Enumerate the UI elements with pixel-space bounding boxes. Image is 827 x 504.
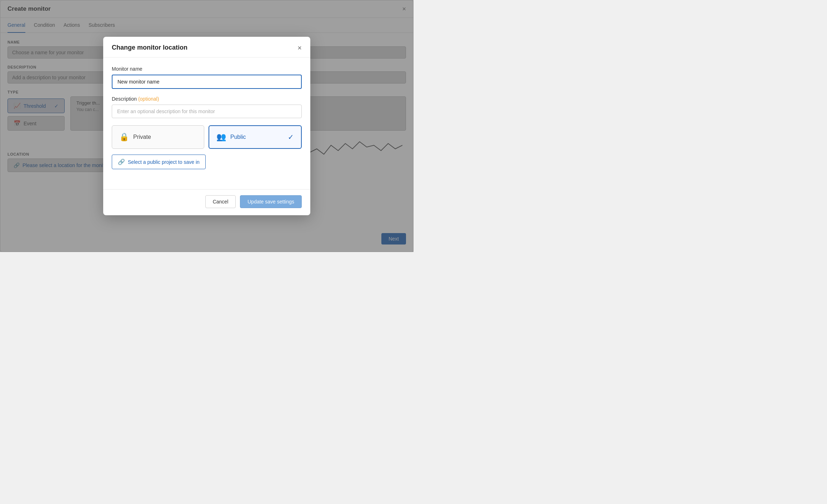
monitor-name-input[interactable] xyxy=(112,75,302,89)
visibility-private[interactable]: 🔒 Private xyxy=(112,125,204,149)
public-icon: 👥 xyxy=(216,132,226,142)
cancel-button[interactable]: Cancel xyxy=(205,195,236,208)
modal-body: Monitor name Description (optional) 🔒 Pr… xyxy=(103,57,310,175)
monitor-description-input[interactable] xyxy=(112,105,302,118)
modal-close-button[interactable]: × xyxy=(297,44,302,51)
monitor-description-label: Description (optional) xyxy=(112,96,302,102)
monitor-name-label: Monitor name xyxy=(112,66,302,72)
modal-title: Change monitor location xyxy=(112,44,187,51)
modal-header: Change monitor location × xyxy=(103,37,310,57)
update-save-settings-button[interactable]: Update save settings xyxy=(240,195,302,208)
select-project-button[interactable]: 🔗 Select a public project to save in xyxy=(112,155,206,169)
change-monitor-location-modal: Change monitor location × Monitor name D… xyxy=(103,37,310,215)
public-check-icon: ✓ xyxy=(288,133,294,141)
lock-icon: 🔒 xyxy=(119,132,129,142)
visibility-public[interactable]: 👥 Public ✓ xyxy=(209,125,302,149)
monitor-name-field: Monitor name xyxy=(112,66,302,89)
link-icon: 🔗 xyxy=(118,158,125,165)
visibility-options: 🔒 Private 👥 Public ✓ xyxy=(112,125,302,149)
monitor-description-field: Description (optional) xyxy=(112,96,302,118)
modal-footer: Cancel Update save settings xyxy=(103,189,310,215)
